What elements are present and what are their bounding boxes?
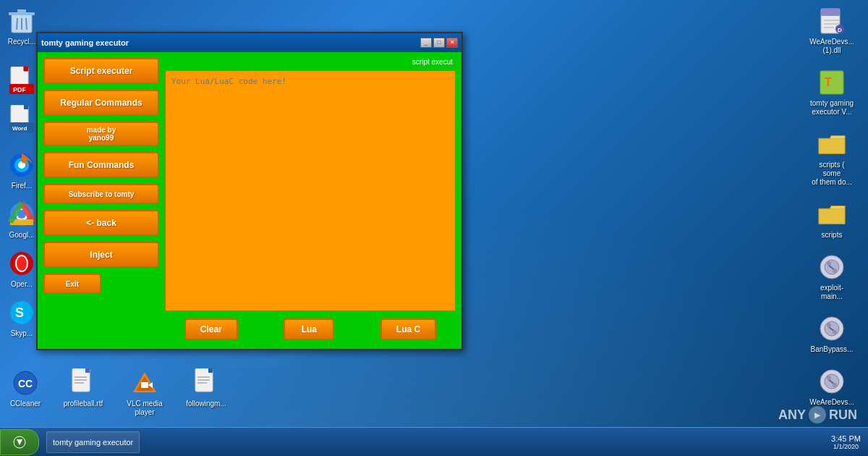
anyrun-watermark: ANY ▶ RUN — [778, 406, 857, 423]
profileball-icon — [69, 368, 98, 397]
taskbar-clock: 3:45 PM 1/1/2020 — [824, 434, 868, 450]
desktop-icon-profileball[interactable]: profileball.rtf — [58, 366, 109, 420]
desktop-icon-banbypass[interactable]: BanBypass... — [807, 311, 857, 357]
left-taskbar-icons: Recycl... PDF Word — [4, 4, 40, 341]
wearedevs-dll-icon: D — [817, 7, 846, 35]
tomty-executor-icon: T — [817, 68, 846, 97]
script-executer-button[interactable]: Script executer — [43, 58, 159, 84]
svg-rect-55 — [141, 382, 148, 388]
wearedevs-dll-label: WeAreDevs...(1).dll — [809, 38, 854, 55]
desktop-icon-wearedevs-dll[interactable]: D WeAreDevs...(1).dll — [807, 4, 857, 58]
skype-icon: S — [7, 298, 36, 327]
back-button[interactable]: <- back — [43, 210, 159, 236]
exploit-main-label: exploit-main... — [809, 284, 854, 301]
svg-rect-3 — [17, 9, 26, 12]
chrome-label: Googl... — [9, 231, 34, 240]
ccleaner-icon: CC — [11, 368, 40, 397]
scripts-folder2-label: scripts — [822, 231, 843, 240]
anyrun-text: ANY — [778, 408, 806, 423]
desktop-icon-wearedevs2[interactable]: WeAreDevs... — [807, 364, 857, 410]
window-content: Script executer Regular Commands made by… — [38, 52, 461, 349]
desktop-icon-exploit-main[interactable]: exploit-main... — [807, 250, 857, 304]
status-bar: script execut — [165, 58, 456, 66]
chrome-icon — [7, 200, 36, 229]
anyrun-suffix: RUN — [829, 408, 857, 423]
skype-label: Skyp... — [11, 329, 33, 338]
desktop-icon-scripts-folder1[interactable]: scripts ( someof them do... — [807, 127, 857, 190]
bottom-buttons: Clear Lua Lua C — [165, 316, 456, 343]
scripts-folder1-label: scripts ( someof them do... — [809, 161, 854, 187]
vlc-label: VLC mediaplayer — [127, 400, 162, 417]
desktop-icon-vlc[interactable]: VLC mediaplayer — [119, 366, 170, 420]
desktop-icon-recycle-bin[interactable]: Recycl... — [4, 4, 40, 49]
svg-rect-30 — [820, 71, 843, 94]
svg-point-44 — [827, 376, 831, 380]
taskbar-items: tomty gaming executor — [43, 431, 824, 453]
firefox-label: Firef... — [12, 182, 32, 190]
word-icon: Word — [7, 105, 36, 134]
desktop-icon-followingm[interactable]: followingm... — [181, 366, 231, 420]
desktop-icon-firefox[interactable]: Firef... — [4, 148, 40, 193]
maximize-button[interactable]: □ — [433, 38, 445, 48]
exploit-main-icon — [817, 253, 846, 282]
lua-button[interactable]: Lua — [284, 318, 334, 340]
right-desktop-icons: D WeAreDevs...(1).dll T tomty gamingexec… — [807, 4, 857, 410]
inject-button[interactable]: Inject — [43, 242, 159, 268]
desktop-icon-skype[interactable]: S Skyp... — [4, 295, 40, 341]
scripts-folder1-icon — [817, 130, 846, 159]
start-button[interactable] — [0, 429, 39, 455]
scripts-folder2-icon — [817, 200, 846, 229]
svg-rect-2 — [9, 12, 35, 15]
regular-commands-button[interactable]: Regular Commands — [43, 90, 159, 116]
svg-text:D: D — [838, 27, 842, 33]
app-window: tomty gaming executor _ □ ✕ Script execu… — [36, 32, 463, 350]
clear-button[interactable]: Clear — [184, 318, 238, 340]
desktop-icon-chrome[interactable]: Googl... — [4, 197, 40, 242]
desktop-icon-ccleaner[interactable]: CC CCleaner — [4, 366, 47, 420]
window-titlebar: tomty gaming executor _ □ ✕ — [38, 33, 461, 52]
opera-label: Oper... — [11, 280, 33, 289]
exit-button[interactable]: Exit — [43, 274, 101, 294]
subscribe-button[interactable]: Subscribe to tomty — [43, 184, 159, 204]
wearedevs2-icon — [817, 367, 846, 396]
minimize-button[interactable]: _ — [420, 38, 432, 48]
svg-point-34 — [827, 261, 831, 266]
svg-point-20 — [16, 256, 27, 271]
code-editor[interactable] — [165, 70, 456, 311]
window-title: tomty gaming executor — [41, 38, 420, 47]
recycle-bin-icon — [7, 7, 36, 35]
svg-point-39 — [827, 323, 831, 327]
left-panel: Script executer Regular Commands made by… — [43, 58, 159, 343]
pdf-icon: PDF — [7, 67, 36, 96]
svg-text:S: S — [15, 305, 24, 320]
made-by-button[interactable]: made by yano99 — [43, 122, 159, 146]
close-button[interactable]: ✕ — [446, 38, 458, 48]
svg-point-46 — [833, 383, 837, 387]
svg-line-4 — [17, 18, 17, 30]
taskbar: tomty gaming executor 3:45 PM 1/1/2020 — [0, 427, 868, 456]
svg-line-6 — [26, 18, 27, 30]
anyrun-play-icon: ▶ — [809, 406, 826, 423]
recycle-bin-label: Recycl... — [8, 38, 35, 46]
vlc-icon — [130, 368, 159, 397]
taskbar-executor-item[interactable]: tomty gaming executor — [46, 431, 140, 453]
banbypass-label: BanBypass... — [811, 345, 854, 354]
window-controls: _ □ ✕ — [420, 38, 458, 48]
desktop-icon-opera[interactable]: Oper... — [4, 246, 40, 292]
svg-point-36 — [833, 269, 837, 273]
firefox-icon — [7, 151, 36, 180]
svg-text:Word: Word — [12, 125, 27, 132]
lua-c-button[interactable]: Lua C — [380, 318, 436, 340]
tomty-executor-label: tomty gamingexecutor V... — [810, 99, 854, 117]
ccleaner-label: CCleaner — [10, 400, 41, 408]
desktop-icon-word[interactable]: Word — [4, 102, 40, 137]
followingm-label: followingm... — [186, 400, 226, 408]
fun-commands-button[interactable]: Fun Commands — [43, 152, 159, 178]
desktop-icon-tomty-executor[interactable]: T tomty gamingexecutor V... — [807, 65, 857, 119]
svg-text:T: T — [825, 76, 832, 88]
desktop-icon-scripts-folder2[interactable]: scripts — [807, 197, 857, 242]
svg-text:PDF: PDF — [13, 86, 27, 93]
desktop: Recycl... PDF Word — [0, 0, 868, 456]
desktop-icon-pdf[interactable]: PDF — [4, 64, 40, 98]
opera-icon — [7, 249, 36, 278]
